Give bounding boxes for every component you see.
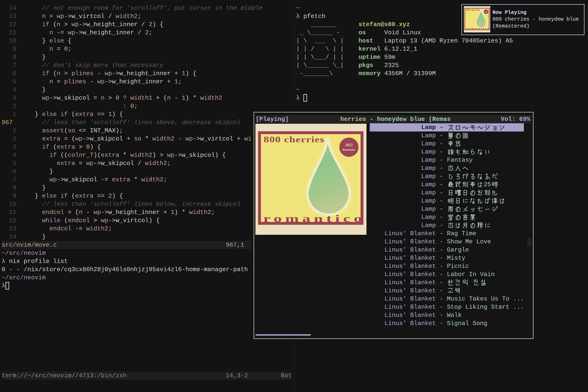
svg-text:Remaster: Remaster — [484, 12, 488, 13]
svg-text:800 cherries: 800 cherries — [264, 135, 324, 144]
svg-text:2022: 2022 — [485, 10, 487, 12]
svg-text:800 cherries: 800 cherries — [466, 9, 480, 11]
